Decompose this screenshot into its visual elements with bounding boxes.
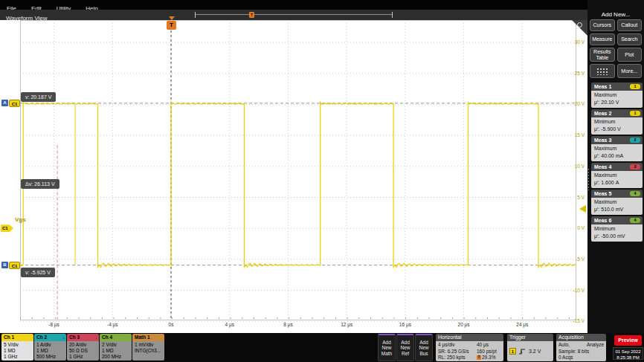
measurement-stat: Maximum: [594, 172, 643, 179]
more-button[interactable]: More...: [617, 64, 643, 78]
acquisition-count: 0 Acqs: [558, 355, 604, 361]
waveform-view-tab[interactable]: Waveform View T: [0, 10, 587, 20]
measure-button[interactable]: Measure: [590, 33, 615, 45]
measurement-badge[interactable]: Meas 32Maximumμ′: 40.00 mA: [591, 136, 643, 161]
measurement-stat: Minimum: [594, 225, 643, 233]
menu-bar: FileEditUtilityHelp: [0, 0, 644, 10]
add-new-math-button[interactable]: AddNewMath: [378, 334, 396, 361]
add-new-bus-button[interactable]: AddNewBus: [415, 334, 433, 361]
trigger-flag-tip-icon: [169, 16, 175, 20]
measurement-badge[interactable]: Meas 11Maximumμ′: 20.10 V: [591, 83, 643, 108]
clipping-arrow-icon: ↓: [62, 334, 65, 341]
voltage-tick-label: -5 V: [564, 256, 585, 262]
trigger-badge[interactable]: Trigger 1 3.2 V: [507, 334, 553, 361]
measurement-header: Meas 32: [591, 136, 643, 144]
button-line: New: [381, 345, 391, 351]
apps-grid-icon-button[interactable]: [590, 64, 615, 78]
voltage-tick-label: 25 V: [564, 71, 585, 76]
button-line: New: [400, 345, 410, 351]
voltage-tick-label: 30 V: [564, 39, 585, 45]
channel-badge-math1[interactable]: Math 11 mV/divINTG(Ch3...: [132, 334, 164, 361]
search-button[interactable]: Search: [617, 33, 643, 45]
channel-setting-line: 1 MΩ: [36, 348, 66, 354]
graticule-area: 30 V25 V20 V15 V10 V5 V0 V-5 V-10 V-15 V…: [0, 20, 587, 333]
measurement-source-badge: 4: [630, 191, 640, 196]
measurement-header: Meas 64: [591, 216, 643, 224]
channel-settings: 2 V/div1 MΩ200 MHz: [100, 341, 132, 361]
measurement-value: μ′: -5.900 V: [594, 126, 643, 133]
datetime-display: 01 Sep 2022 8:25:38 PM: [613, 347, 643, 360]
channel-badge-ch1[interactable]: Ch 15 V/div1 MΩ1 GHz: [1, 334, 33, 361]
measurement-value: μ′: 510.0 mV: [594, 206, 643, 213]
trigger-position-flag[interactable]: T: [167, 21, 176, 30]
cursor-b-readout[interactable]: v: -5.925 V: [21, 268, 55, 277]
time-tick-label: 16 μs: [395, 322, 416, 327]
preview-button[interactable]: Preview: [614, 335, 642, 346]
callout-button[interactable]: Callout: [617, 19, 643, 31]
cursor-b-marker[interactable]: BC1: [1, 262, 20, 269]
button-line: New: [419, 345, 428, 351]
measurement-body: Maximumμ′: 1.600 A: [591, 171, 643, 188]
horizontal-badge[interactable]: Horizontal 4 μs/div40 μsSR: 6.25 GS/s160…: [436, 334, 503, 361]
button-line: Ref: [402, 351, 409, 357]
acquisition-analyze: Analyze: [587, 342, 604, 349]
measurement-source-badge: 3: [630, 164, 640, 169]
badge-scroll-handle[interactable]: [587, 168, 590, 190]
trigger-level-arrow-icon[interactable]: [579, 205, 586, 213]
channel-setting-line: 1 GHz: [69, 354, 99, 360]
voltage-tick-label: 0 V: [564, 225, 585, 230]
cursor-a-marker[interactable]: AC1: [1, 100, 20, 107]
magnifier-icon: [577, 22, 582, 28]
time-tick-label: 12 μs: [336, 322, 357, 327]
measurement-header: Meas 21: [591, 109, 643, 117]
horizontal-left-value: 4 μs/div: [438, 342, 477, 349]
measurement-badge[interactable]: Meas 64Minimumμ′: -50.00 mV: [591, 216, 643, 242]
button-line: Add: [382, 340, 391, 346]
channel-setting-line: INTG(Ch3...: [135, 348, 164, 354]
cursor-a-readout[interactable]: v: 20.187 V: [21, 92, 56, 102]
channel-setting-line: 200 MHz: [102, 354, 132, 360]
trigger-position-icon: T: [477, 355, 481, 360]
channel-badge-ch2[interactable]: Ch 2↓1 A/div1 MΩ500 MHz: [34, 334, 66, 361]
time-tick-label: -8 μs: [44, 322, 65, 327]
measurement-body: Minimumμ′: -5.900 V: [591, 117, 643, 135]
voltage-tick-label: 10 V: [564, 164, 585, 169]
horizontal-settings: 4 μs/div40 μsSR: 6.25 GS/s160 ps/ptRL: 2…: [436, 341, 503, 361]
measurement-value: μ′: 20.10 V: [594, 99, 643, 106]
measurement-header: Meas 43: [591, 163, 643, 171]
channel-setting-line: 1 A/div: [36, 342, 66, 348]
measurement-badge[interactable]: Meas 54Maximumμ′: 510.0 mV: [591, 190, 643, 215]
channel-setting-line: 5 V/div: [4, 342, 33, 348]
horizontal-right-value: 40 μs: [477, 342, 489, 349]
add-new-ref-button[interactable]: AddNewRef: [396, 334, 414, 361]
measurement-badge-list: Meas 11Maximumμ′: 20.10 VMeas 21Minimumμ…: [591, 83, 643, 243]
channel-badge-ch4[interactable]: Ch 42 V/div1 MΩ200 MHz: [100, 334, 132, 361]
cursors-button[interactable]: Cursors: [590, 19, 615, 31]
voltage-tick-label: 5 V: [564, 195, 585, 200]
measurement-stat: Minimum: [594, 118, 643, 126]
record-view-bracket[interactable]: T: [195, 12, 393, 18]
plot-button[interactable]: Plot: [617, 48, 643, 62]
channel-setting-line: 1 GHz: [4, 354, 33, 360]
results-table-button[interactable]: Results Table: [590, 48, 615, 62]
channel-badge-ch3[interactable]: Ch 3↓20 A/div50 Ω DS1 GHz: [67, 334, 99, 361]
horizontal-row: SR: 6.25 GS/s160 ps/pt: [436, 349, 503, 355]
acquisition-title: Acquisition: [556, 334, 606, 341]
measurement-badge[interactable]: Meas 43Maximumμ′: 1.600 A: [591, 163, 643, 188]
measurement-value: μ′: 1.600 A: [594, 179, 643, 187]
channel-setting-line: 50 Ω DS: [69, 348, 99, 354]
horizontal-row: 4 μs/div40 μs: [436, 342, 503, 349]
measurement-body: Maximumμ′: 20.10 V: [591, 91, 643, 108]
apps-grid-icon: [596, 68, 608, 75]
measurement-body: Maximumμ′: 510.0 mV: [591, 198, 643, 215]
graticule-border: [21, 21, 576, 320]
measurement-source-badge: 2: [630, 138, 640, 143]
channel-header: Ch 3↓: [67, 334, 99, 341]
measurement-value: μ′: 40.00 mA: [594, 152, 643, 160]
cursor-delta-readout[interactable]: Δv: 26.113 V: [21, 179, 59, 189]
clipping-arrow-icon: ↓: [95, 334, 97, 341]
acquisition-badge[interactable]: Acquisition Auto, Analyze Sample: 8 bits…: [556, 334, 606, 361]
measurement-body: Minimumμ′: -50.00 mV: [591, 224, 643, 242]
measurement-badge[interactable]: Meas 21Minimumμ′: -5.900 V: [591, 109, 643, 135]
record-trigger-position-icon[interactable]: T: [249, 12, 254, 18]
